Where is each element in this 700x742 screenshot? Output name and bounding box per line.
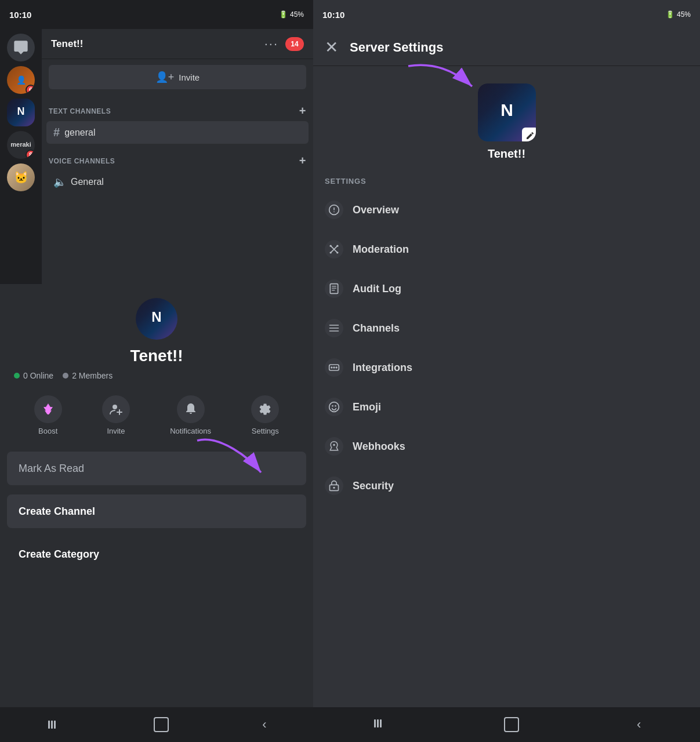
nav-back-right[interactable]: ‹: [637, 717, 641, 732]
nav-home-right[interactable]: [504, 717, 519, 732]
settings-item-integrations[interactable]: Integrations: [313, 348, 700, 387]
server-avatar-large: N: [136, 298, 177, 340]
settings-item-webhooks[interactable]: Webhooks: [313, 427, 700, 466]
nav-bars-left[interactable]: [46, 718, 60, 732]
create-channel-label: Create Channel: [19, 505, 95, 518]
settings-item-moderation[interactable]: Moderation: [313, 230, 700, 269]
security-icon: [325, 477, 343, 495]
settings-button[interactable]: Settings: [251, 395, 279, 435]
notification-count-badge[interactable]: 14: [285, 37, 304, 51]
more-options-icon[interactable]: ···: [264, 37, 278, 52]
settings-item-audit-log[interactable]: Audit Log: [313, 269, 700, 308]
settings-item-security[interactable]: Security: [313, 466, 700, 505]
speaker-icon: 🔈: [53, 176, 66, 188]
nav-bars-right[interactable]: [372, 716, 386, 733]
status-bar-right: 10:10 🔋 45%: [313, 0, 700, 29]
nav-back-left[interactable]: ‹: [262, 717, 266, 732]
voice-channel-general-label: General: [71, 177, 104, 187]
mark-as-read-button[interactable]: Mark As Read: [7, 452, 306, 485]
online-dot: [14, 373, 20, 379]
svg-rect-9: [54, 721, 56, 729]
svg-point-18: [330, 245, 332, 247]
time-right: 10:10: [322, 10, 344, 20]
svg-rect-8: [51, 721, 53, 729]
members-dot: [63, 373, 68, 379]
boost-button[interactable]: Boost: [34, 395, 62, 435]
svg-text:N: N: [151, 309, 161, 325]
voice-channels-category: VOICE CHANNELS +: [42, 145, 313, 170]
invite-action-label: Invite: [107, 427, 125, 435]
hash-icon: #: [53, 126, 60, 139]
online-count: 0 Online: [23, 371, 53, 380]
status-icons-left: 🔋 45%: [279, 10, 304, 19]
boost-icon: [34, 395, 62, 423]
add-voice-channel-icon[interactable]: +: [299, 154, 306, 168]
create-category-button[interactable]: Create Category: [7, 537, 306, 571]
battery-icon-right: 🔋: [666, 10, 674, 19]
notifications-button[interactable]: Notifications: [170, 395, 211, 435]
settings-server-name: Tenet!!: [313, 147, 700, 161]
emoji-label: Emoji: [353, 401, 381, 413]
settings-icon: [251, 395, 279, 423]
integrations-icon: [325, 358, 343, 377]
add-text-channel-icon[interactable]: +: [299, 104, 306, 118]
server-settings-header: ✕ Server Settings: [313, 29, 700, 66]
server-icon-4[interactable]: 🐱: [7, 163, 35, 191]
create-category-label: Create Category: [19, 548, 99, 561]
svg-point-32: [336, 366, 338, 368]
svg-rect-22: [330, 284, 338, 294]
create-channel-button[interactable]: Create Channel: [7, 494, 306, 528]
server-stats: 0 Online 2 Members: [0, 365, 313, 386]
home-square-icon-right: [504, 717, 519, 732]
emoji-icon: [325, 398, 343, 416]
channel-general[interactable]: # general: [46, 121, 309, 144]
svg-point-15: [333, 212, 335, 213]
badge-3: 8: [26, 150, 35, 159]
channels-label: Channels: [353, 322, 400, 334]
left-panel: 10:10 🔋 45% 👤 6 N meraki 8: [0, 0, 313, 742]
settings-section-label: SETTINGS: [313, 172, 700, 190]
overview-icon: [325, 201, 343, 219]
invite-button[interactable]: 👤+ Invite: [49, 65, 306, 89]
channel-general-label: general: [64, 128, 95, 138]
svg-point-38: [333, 487, 335, 489]
server-info-panel: N Tenet!! 0 Online 2 Members: [0, 284, 313, 742]
server-header: Tenet!! ··· 14: [42, 29, 313, 59]
home-square-icon: [154, 717, 169, 732]
badge-1: 6: [26, 85, 35, 94]
close-button[interactable]: ✕: [325, 38, 338, 57]
invite-action-button[interactable]: Invite: [102, 395, 130, 435]
voice-channels-label: VOICE CHANNELS: [49, 157, 115, 165]
settings-server-icon[interactable]: N: [478, 83, 536, 141]
back-icon-left: ‹: [262, 717, 266, 732]
server-icon-tenet[interactable]: N: [7, 99, 35, 126]
server-icon-container: N: [478, 66, 536, 141]
audit-log-icon: [325, 279, 343, 298]
online-stat: 0 Online: [14, 371, 53, 380]
nav-home-left[interactable]: [154, 717, 169, 732]
server-title-large: Tenet!!: [0, 347, 313, 365]
security-label: Security: [353, 480, 394, 492]
integrations-label: Integrations: [353, 362, 412, 374]
nav-bar-left: ‹: [0, 707, 313, 742]
server-icon-1[interactable]: 👤 6: [7, 66, 35, 94]
settings-item-overview[interactable]: Overview: [313, 190, 700, 230]
settings-item-channels[interactable]: Channels: [313, 308, 700, 348]
right-panel: 10:10 🔋 45% ✕ Server Settings N: [313, 0, 700, 742]
webhooks-label: Webhooks: [353, 441, 405, 453]
settings-item-emoji[interactable]: Emoji: [313, 387, 700, 427]
audit-log-label: Audit Log: [353, 283, 401, 295]
overview-label: Overview: [353, 204, 399, 216]
invite-label: Invite: [179, 72, 200, 82]
action-buttons: Boost Invite: [0, 386, 313, 447]
svg-text:N: N: [17, 106, 25, 117]
battery-percent-right: 45%: [677, 10, 691, 19]
edit-icon-badge: [522, 128, 536, 141]
voice-channel-general[interactable]: 🔈 General: [46, 171, 309, 193]
boost-label: Boost: [38, 427, 57, 435]
text-channels-category: TEXT CHANNELS +: [42, 95, 313, 120]
channels-icon: [325, 319, 343, 337]
direct-messages-icon[interactable]: [7, 34, 35, 61]
nav-bar-right: ‹: [313, 707, 700, 742]
server-icon-3[interactable]: meraki 8: [7, 131, 35, 159]
